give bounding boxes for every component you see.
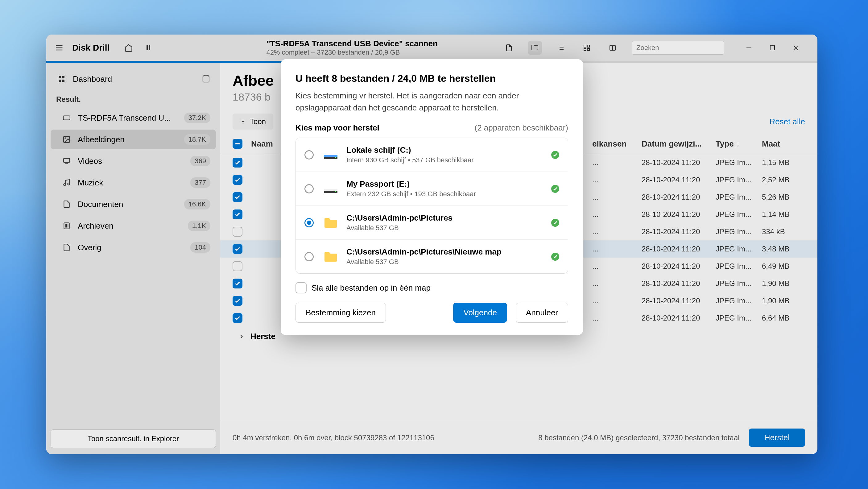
status-ok-icon xyxy=(551,219,559,227)
single-folder-checkbox[interactable] xyxy=(296,282,307,294)
recovery-destination-modal: U heeft 8 bestanden / 24,0 MB te herstel… xyxy=(281,59,583,335)
svg-point-44 xyxy=(335,157,336,158)
destination-radio[interactable] xyxy=(305,150,314,159)
svg-point-47 xyxy=(335,191,336,192)
single-folder-option[interactable]: Sla alle bestanden op in één map xyxy=(296,282,568,294)
app-window: Disk Drill "TS-RDF5A Transcend USB Devic… xyxy=(46,35,817,454)
folder-icon xyxy=(323,249,338,265)
destination-list: Lokale schijf (C:)Intern 930 GB schijf •… xyxy=(296,137,568,274)
modal-overlay: U heeft 8 bestanden / 24,0 MB te herstel… xyxy=(46,35,817,454)
status-ok-icon xyxy=(551,185,559,193)
choose-destination-button[interactable]: Bestemming kiezen xyxy=(296,303,386,323)
modal-description: Kies bestemming vr herstel. Het is aange… xyxy=(296,90,568,114)
status-ok-icon xyxy=(551,151,559,159)
destination-option-2[interactable]: C:\Users\Admin-pc\PicturesAvailable 537 … xyxy=(296,206,568,240)
destination-option-0[interactable]: Lokale schijf (C:)Intern 930 GB schijf •… xyxy=(296,138,568,172)
status-ok-icon xyxy=(551,253,559,261)
modal-subheading: Kies map voor herstel xyxy=(296,123,379,133)
destination-radio[interactable] xyxy=(305,218,314,227)
destination-option-1[interactable]: My Passport (E:)Extern 232 GB schijf • 1… xyxy=(296,172,568,206)
svg-rect-43 xyxy=(324,155,337,157)
folder-icon xyxy=(323,215,338,231)
drive-icon xyxy=(323,147,338,162)
cancel-button[interactable]: Annuleer xyxy=(516,303,568,323)
svg-rect-46 xyxy=(324,189,337,191)
modal-title: U heeft 8 bestanden / 24,0 MB te herstel… xyxy=(296,73,568,84)
destination-radio[interactable] xyxy=(305,184,314,193)
modal-device-count: (2 apparaten beschikbaar) xyxy=(474,123,568,133)
destination-radio[interactable] xyxy=(305,252,314,261)
destination-option-3[interactable]: C:\Users\Admin-pc\Pictures\Nieuwe mapAva… xyxy=(296,240,568,273)
next-button[interactable]: Volgende xyxy=(453,303,507,323)
drive-icon xyxy=(323,181,338,196)
